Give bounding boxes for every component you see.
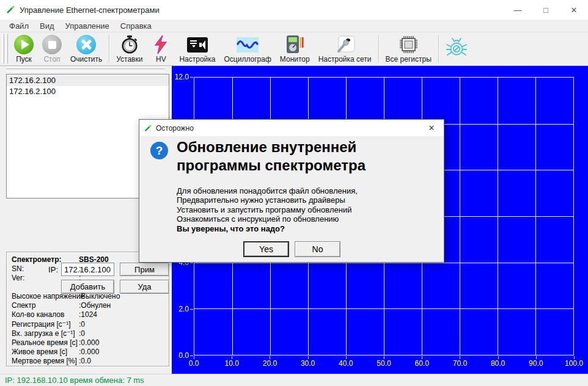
stopwatch-icon [120, 35, 139, 54]
y-tick [190, 309, 193, 310]
dialog-wand-icon [144, 124, 152, 133]
menu-file[interactable]: Файл [4, 20, 34, 32]
hv-button[interactable]: HV [147, 32, 175, 65]
question-icon: ? [150, 142, 168, 159]
lightning-icon [153, 35, 168, 54]
multimeter-icon [285, 35, 304, 54]
toolbar-grip[interactable] [6, 34, 8, 64]
menu-view[interactable]: Вид [34, 20, 60, 32]
main-window: Управление Ethernet-спектрометрами — □ ✕… [0, 0, 588, 386]
toolbar: Пуск Стоп Очистить Уставки HV [0, 32, 588, 66]
oscilloscope-button[interactable]: Осциллограф [220, 32, 276, 65]
y-tick-label: 2.0 [172, 305, 189, 313]
dialog-line: Для обновления понадобится файл обновлен… [177, 186, 358, 195]
x-tick-label: 10.0 [219, 359, 244, 368]
info-value: :Выключено [79, 292, 120, 301]
play-icon [14, 35, 34, 54]
network-settings-button[interactable]: Настройка сети [314, 32, 376, 65]
dialog-titlebar: Осторожно ✕ [139, 120, 444, 136]
menubar: Файл Вид Управление Справка [0, 20, 588, 32]
no-button[interactable]: No [295, 241, 340, 257]
status-text: IP: 192.168.10.10 время обмена: 7 ms [5, 376, 144, 385]
bug-wrench-icon [446, 35, 468, 62]
x-tick-label: 40.0 [334, 359, 358, 368]
setpoints-button[interactable]: Уставки [112, 32, 147, 65]
x-tick-label: 20.0 [257, 359, 282, 368]
statusbar: IP: 192.168.10.10 время обмена: 7 ms [0, 374, 588, 386]
info-label: SN: [12, 264, 79, 274]
x-tick-label: 0.0 [182, 359, 206, 368]
list-item[interactable]: 172.16.2.100 [7, 86, 169, 97]
info-label: Реальное время [c] [12, 338, 79, 348]
info-value: :Обнулен [79, 301, 111, 310]
info-label: Высокое напряжение [12, 292, 79, 301]
info-spacer [12, 283, 169, 292]
dialog-title: Осторожно [156, 124, 194, 133]
dialog-line: Ознакомиться с инсрукцией по обновлению [177, 214, 358, 224]
y-tick [190, 263, 193, 263]
y-tick-label: 0.0 [172, 351, 189, 360]
info-value: :0 [79, 320, 85, 329]
clear-icon [76, 35, 96, 54]
info-value: SBS-200 [79, 255, 109, 264]
start-button[interactable]: Пуск [10, 32, 38, 65]
info-value: :0.000 [79, 338, 99, 348]
dialog-body: Для обновления понадобится файл обновлен… [177, 186, 358, 233]
dialog-heading: Обновление внутренней программы спектром… [177, 138, 384, 175]
settings-button[interactable]: Настройка [175, 32, 219, 65]
x-tick-label: 90.0 [524, 359, 548, 368]
debug-button[interactable] [441, 32, 472, 65]
y-tick [190, 77, 193, 78]
info-label: Кол-во каналов [12, 310, 79, 319]
x-tick-label: 70.0 [447, 359, 472, 368]
spectrometer-info-panel: Спектрометр:SBS-200 SN:: Ver:: Высокое н… [6, 252, 169, 366]
x-tick-label: 100.0 [562, 359, 586, 368]
info-value: :0.0 [79, 357, 91, 366]
x-tick-label: 60.0 [410, 359, 434, 368]
minimize-button[interactable]: — [504, 0, 532, 20]
info-label: Спектрометр: [12, 255, 79, 264]
y-tick-label: 12.0 [172, 73, 189, 81]
toolbar-separator [438, 35, 439, 63]
oscilloscope-wave-icon [237, 35, 259, 54]
window-title: Управление Ethernet-спектрометрами [20, 5, 160, 15]
info-label: Вх. загрузка е [c⁻¹] [12, 329, 79, 338]
menu-control[interactable]: Управление [60, 20, 115, 32]
dialog-line: Установить и запустить программу обновле… [177, 205, 358, 214]
all-registers-button[interactable]: Все регистры [381, 32, 436, 65]
list-item[interactable]: 172.16.2.100 [7, 75, 169, 86]
stop-button[interactable]: Стоп [38, 32, 66, 65]
menu-help[interactable]: Справка [115, 20, 157, 32]
info-value: :1024 [79, 310, 97, 319]
warning-dialog: Осторожно ✕ ? Обновление внутренней прог… [139, 119, 444, 263]
panel-grip[interactable] [6, 68, 165, 71]
app-wand-icon [6, 5, 15, 15]
dialog-line: Предварительно нужно установить драйверы [177, 195, 358, 205]
titlebar: Управление Ethernet-спектрометрами — □ ✕ [0, 0, 588, 20]
close-button[interactable]: ✕ [560, 0, 588, 20]
info-label: Мертвое время [%] [12, 357, 79, 366]
chip-icon [398, 35, 419, 54]
x-tick-label: 50.0 [372, 359, 396, 368]
toolbar-grip[interactable] [2, 34, 4, 64]
toolbar-separator [378, 35, 379, 63]
y-tick [190, 355, 193, 356]
info-label: Живое время [c] [12, 348, 79, 357]
info-label: Спектр [12, 301, 79, 310]
stop-icon [42, 35, 62, 54]
output-settings-icon [187, 35, 208, 54]
x-tick-label: 30.0 [296, 359, 320, 368]
dialog-question: Вы уверены, что это надо? [177, 224, 358, 233]
dialog-close-button[interactable]: ✕ [419, 120, 444, 136]
yes-button[interactable]: Yes [243, 241, 289, 257]
clear-button[interactable]: Очистить [66, 32, 106, 65]
info-label: Регистрация [c⁻¹] [12, 320, 79, 329]
gridline [194, 308, 573, 309]
info-value: : [79, 264, 81, 274]
info-value: :0 [79, 329, 85, 338]
x-tick-label: 80.0 [486, 359, 510, 368]
monitor-button[interactable]: Монитор [276, 32, 314, 65]
toolbar-separator [109, 35, 109, 63]
maximize-button[interactable]: □ [532, 0, 560, 20]
info-value: : [79, 274, 81, 283]
